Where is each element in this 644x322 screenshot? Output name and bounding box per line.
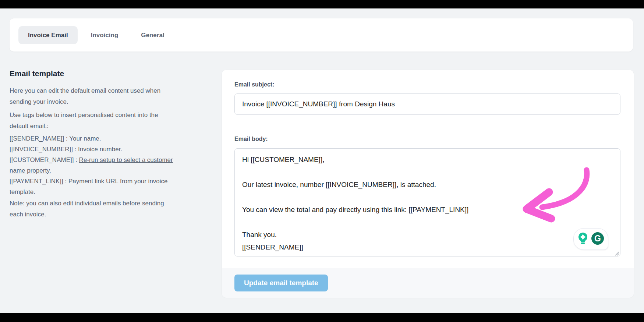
update-email-template-button[interactable]: Update email template xyxy=(234,275,328,291)
note-line-1: Note: you can also edit individual email… xyxy=(10,198,164,209)
email-template-form-card: Email subject: Email body: Hi [[CUSTOMER… xyxy=(222,70,634,297)
settings-page: Invoice Email Invoicing General Email te… xyxy=(0,0,644,322)
form-footer: Update email template xyxy=(222,268,634,298)
grammarly-widget[interactable]: G xyxy=(573,228,608,250)
page-title: Email template xyxy=(10,69,64,78)
tag-customer-name: [[CUSTOMER_NAME]] : Re-run setup to sele… xyxy=(10,155,173,165)
email-body-label: Email body: xyxy=(234,136,268,142)
tab-invoice-email[interactable]: Invoice Email xyxy=(18,26,78,44)
settings-tab-bar: Invoice Email Invoicing General xyxy=(10,18,633,52)
tags-intro-line-2: default email.: xyxy=(10,121,158,132)
rerun-setup-link[interactable]: Re-run setup to select a customer xyxy=(79,156,173,163)
grammarly-logo-letter: G xyxy=(594,234,601,243)
email-subject-input[interactable] xyxy=(234,93,620,115)
tags-intro-line-1: Use tags below to insert personalised co… xyxy=(10,110,158,121)
tag-customer-name-cont: name property. xyxy=(10,165,173,176)
intro-line-2: sending your invoice. xyxy=(10,96,160,107)
note-line-2: each invoice. xyxy=(10,209,164,220)
intro-line-1: Here you can edit the default email cont… xyxy=(10,85,160,96)
note-paragraph: Note: you can also edit individual email… xyxy=(10,198,164,220)
email-subject-label: Email subject: xyxy=(234,81,274,88)
intro-paragraph: Here you can edit the default email cont… xyxy=(10,85,160,107)
tag-payment-link-cont: template. xyxy=(10,187,173,197)
textarea-resize-handle-icon[interactable] xyxy=(614,250,620,256)
tag-invoice-number: [[INVOICE_NUMBER]] : Invoice number. xyxy=(10,144,173,155)
tags-intro-paragraph: Use tags below to insert personalised co… xyxy=(10,110,158,132)
tab-general[interactable]: General xyxy=(131,26,174,44)
tag-sender-name: [[SENDER_NAME]] : Your name. xyxy=(10,133,173,144)
grammarly-logo-icon[interactable]: G xyxy=(591,231,605,247)
bottom-letterbox-bar xyxy=(0,313,644,322)
tag-customer-name-prefix: [[CUSTOMER_NAME]] : xyxy=(10,156,79,163)
tag-payment-link: [[PAYMENT_LINK]] : Payment link URL from… xyxy=(10,176,173,187)
grammarly-suggestion-bulb-icon[interactable] xyxy=(577,232,589,247)
rerun-setup-link-continuation[interactable]: name property. xyxy=(10,167,51,174)
tag-definitions-list: [[SENDER_NAME]] : Your name. [[INVOICE_N… xyxy=(10,133,173,197)
top-letterbox-bar xyxy=(0,0,644,8)
tab-invoicing[interactable]: Invoicing xyxy=(81,26,128,44)
email-body-textarea[interactable]: Hi [[CUSTOMER_NAME]], Our latest invoice… xyxy=(234,148,620,256)
